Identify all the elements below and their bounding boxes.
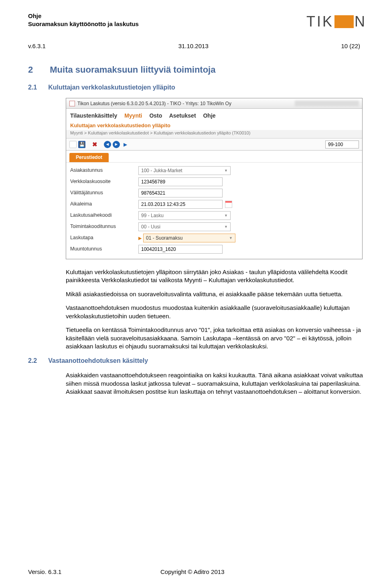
next-icon[interactable]: ▶: [122, 141, 129, 148]
delete-icon[interactable]: ✖: [91, 141, 98, 148]
back-icon[interactable]: ◄: [104, 141, 111, 148]
doc-subtitle: Suoramaksun käyttöönotto ja laskutus: [28, 20, 139, 28]
doc-date: 31.10.2013: [178, 42, 209, 50]
paragraph: Asiakkaiden vastaanottoehdotukseen reago…: [66, 371, 363, 396]
menubar: Tilaustenkäsittely Myynti Osto Asetukset…: [66, 109, 362, 120]
label-toimintakooditunnus: Toimintakooditunnus: [70, 223, 138, 230]
chevron-down-icon: ▼: [224, 168, 228, 173]
paragraph: Vastaanottoehdotuksen muodostus muodosta…: [66, 304, 363, 320]
heading-2-2-text: Vastaanottoehdotuksen käsittely: [48, 356, 148, 365]
doc-title: Ohje: [28, 12, 139, 20]
forward-icon[interactable]: ►: [113, 141, 120, 148]
heading-2-1: 2.1 Kuluttajan verkkolaskutustietojen yl…: [28, 83, 366, 92]
marker-icon: ▶: [138, 236, 142, 240]
menu-tilaustenkasittely[interactable]: Tilaustenkäsittely: [70, 112, 117, 119]
field-laskutusaihekoodi[interactable]: 99 - Lasku▼: [138, 211, 231, 220]
heading-2-2-number: 2.2: [28, 356, 37, 365]
menu-myynti[interactable]: Myynti: [124, 112, 142, 119]
logo-box-icon: [334, 15, 354, 28]
menu-osto[interactable]: Osto: [149, 112, 162, 119]
calendar-icon[interactable]: [225, 201, 232, 208]
label-laskutusaihekoodi: Laskutusaihekoodi: [70, 212, 138, 219]
save-icon[interactable]: 💾: [78, 141, 85, 148]
heading-1: 2 Muita suoramaksuun liittyviä toimintoj…: [28, 64, 366, 76]
paragraph: Mikäli asiakastiedoissa on suoraveloitus…: [66, 290, 363, 299]
chevron-down-icon: ▼: [229, 236, 233, 240]
new-icon[interactable]: [69, 141, 77, 148]
version: v.6.3.1: [28, 42, 46, 50]
label-asiakastunnus: Asiakastunnus: [70, 167, 138, 174]
heading-2-1-text: Kuluttajan verkkolaskutustietojen ylläpi…: [48, 83, 175, 92]
app-icon: [69, 101, 75, 106]
section-2-1-body: Kuluttajan verkkolaskutustietojen ylläpi…: [66, 268, 363, 351]
app-screenshot: Tikon Laskutus (versio 6.3.0.20 5.4.2013…: [66, 98, 363, 259]
window-titlebar: Tikon Laskutus (versio 6.3.0.20 5.4.2013…: [66, 98, 362, 109]
label-aikaleima: Aikaleima: [70, 201, 138, 208]
menu-asetukset[interactable]: Asetukset: [169, 112, 196, 119]
tabstrip: Perustiedot: [66, 151, 362, 162]
heading-2-1-number: 2.1: [28, 83, 37, 92]
heading-1-text: Muita suoramaksuun liittyviä toimintoja: [50, 64, 215, 76]
pager-input[interactable]: [325, 140, 359, 149]
blurred-region: [295, 101, 359, 106]
view-title: Kuluttajan verkkolaskutustiedon ylläpito: [66, 120, 362, 130]
chevron-down-icon: ▼: [224, 224, 228, 229]
logo-text-tail: N: [355, 12, 366, 32]
menu-ohje[interactable]: Ohje: [203, 112, 215, 119]
logo: TIK N: [306, 12, 366, 32]
window-title: Tikon Laskutus (versio 6.3.0.20 5.4.2013…: [77, 100, 231, 107]
label-verkkolaskuosoite: Verkkolaskuosoite: [70, 178, 138, 185]
chevron-down-icon: ▼: [224, 213, 228, 218]
breadcrumb: Myynti > Kuluttajan verkkolaskutustiedot…: [66, 130, 362, 139]
field-laskutapa[interactable]: 01 - Suoramaksu▼: [143, 234, 235, 242]
form: Asiakastunnus 100 - Jukka-Market▼ Verkko…: [66, 162, 362, 259]
heading-1-number: 2: [28, 64, 33, 76]
label-muuntotunnus: Muuntotunnus: [70, 246, 138, 252]
section-2-2-body: Asiakkaiden vastaanottoehdotukseen reago…: [66, 371, 363, 396]
field-toimintakooditunnus[interactable]: 00 - Uusi▼: [138, 222, 231, 231]
meta-row: v.6.3.1 31.10.2013 10 (22): [28, 42, 366, 50]
label-valittajatunnus: Välittäjätunnus: [70, 189, 138, 196]
paragraph: Tietueella on kentässä Toimintakooditunn…: [66, 326, 363, 351]
tab-perustiedot[interactable]: Perustiedot: [69, 153, 109, 162]
paragraph: Kuluttajan verkkolaskutustietojen ylläpi…: [66, 268, 363, 285]
field-verkkolaskuosoite[interactable]: [138, 177, 223, 186]
field-aikaleima[interactable]: [138, 200, 223, 209]
label-laskutapa: Laskutapa: [70, 234, 138, 241]
field-valittajatunnus[interactable]: [138, 189, 223, 197]
field-muuntotunnus[interactable]: [138, 245, 223, 254]
page-header: Ohje Suoramaksun käyttöönotto ja laskutu…: [28, 12, 366, 32]
logo-text: TIK: [306, 12, 334, 32]
field-asiakastunnus[interactable]: 100 - Jukka-Market▼: [138, 166, 231, 175]
page-number: 10 (22): [341, 42, 360, 50]
heading-2-2: 2.2 Vastaanottoehdotuksen käsittely: [28, 356, 366, 365]
toolbar: 💾 ✖ ◄ ► ▶: [66, 138, 362, 151]
